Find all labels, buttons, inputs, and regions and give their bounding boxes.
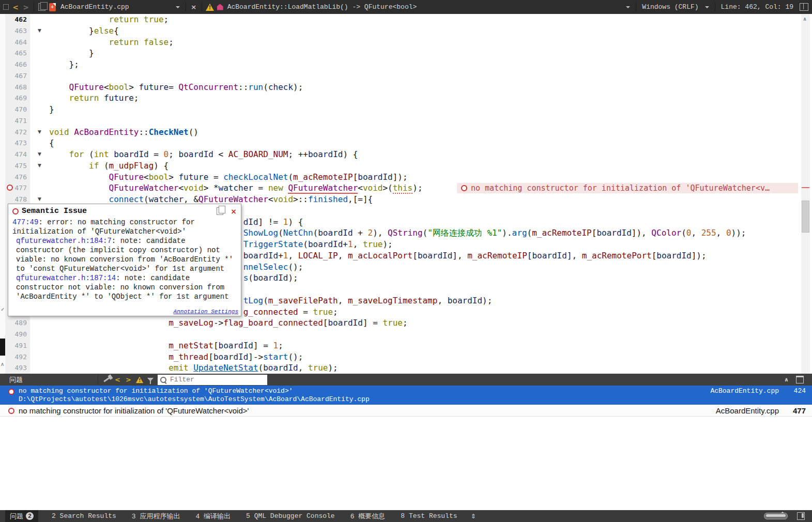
gutter-margin	[0, 217, 5, 228]
code-line[interactable]: 474▼ for (int boardId = 0; boardId < AC_…	[0, 149, 812, 160]
code-line[interactable]: 476 QFuture<bool> future = checkLocalNet…	[0, 172, 812, 183]
code-line[interactable]: 493 emit UpdateNetStat(boardId, true);	[0, 362, 812, 374]
code-line[interactable]: 490	[0, 329, 812, 340]
issue-location-link[interactable]: qfuturewatcher.h:187:14	[16, 274, 116, 282]
fold-marker	[30, 172, 49, 183]
next-item-icon[interactable]: >	[123, 375, 134, 385]
gutter-margin	[0, 37, 5, 48]
line-number: 467	[5, 70, 30, 82]
annotation-settings-link[interactable]: Annotation Settings	[174, 309, 238, 315]
code-text: void AcBoardEntity::CheckNet()	[49, 127, 198, 138]
symbol-breadcrumb[interactable]: AcBoardEntity::LoadMatlabLib() -> QFutur…	[227, 3, 417, 11]
code-line[interactable]: 463▼ }else{	[0, 25, 812, 37]
fold-marker[interactable]: ▼	[30, 149, 49, 160]
code-line[interactable]: 469 return future;	[0, 93, 812, 104]
code-text: {	[49, 137, 54, 149]
code-text: }	[49, 48, 94, 59]
code-line[interactable]: 492 m_thread[boardId]->start();	[0, 351, 812, 363]
toggle-sidebar-icon[interactable]	[797, 512, 805, 520]
open-file-tab[interactable]: AcBoardEntity.cpp	[60, 3, 129, 11]
code-line[interactable]: 465 }	[0, 48, 812, 59]
line-number: 465	[5, 48, 30, 59]
code-line[interactable]: 475▼ if (m_udpFlag) {	[0, 160, 812, 172]
code-editor[interactable]: 462 return true;463▼ }else{464 return fa…	[0, 14, 812, 374]
line-ending-dropdown-icon[interactable]	[702, 2, 712, 12]
output-pane-tab[interactable]: 4 编译输出	[193, 510, 233, 522]
issue-paragraph: qfuturewatcher.h:184:7: note: candidate …	[12, 236, 237, 273]
filter-icon[interactable]	[145, 375, 156, 385]
previous-item-icon[interactable]: <	[112, 375, 123, 385]
issue-row[interactable]: no matching constructor for initializati…	[0, 386, 812, 405]
forward-icon[interactable]: >	[21, 2, 31, 12]
gutter-margin	[0, 284, 5, 295]
code-line[interactable]: 472▼void AcBoardEntity::CheckNet()	[0, 127, 812, 138]
gutter-margin	[0, 272, 5, 284]
editor-scrollbar[interactable]: ∧	[801, 14, 810, 374]
gutter-margin	[0, 93, 5, 104]
code-text: return future;	[49, 93, 139, 104]
output-pane-tab[interactable]: 6 概要信息	[348, 510, 388, 522]
code-line[interactable]: 471	[0, 115, 812, 127]
detach-pane-icon[interactable]	[796, 376, 804, 383]
code-line[interactable]: 462 return true;	[0, 14, 812, 25]
code-line[interactable]: 470}	[0, 104, 812, 115]
show-warnings-icon[interactable]	[134, 375, 145, 385]
maximize-pane-icon[interactable]: ∧	[784, 376, 789, 383]
split-editor-icon[interactable]	[799, 2, 809, 12]
code-line[interactable]: 466 };	[0, 59, 812, 70]
gutter-margin	[0, 194, 5, 205]
issue-file: AcBoardEntity.cpp	[688, 387, 779, 395]
code-text: return true;	[49, 14, 168, 25]
code-text: return false;	[49, 37, 174, 48]
code-line[interactable]: 467	[0, 70, 812, 82]
copy-icon[interactable]	[217, 207, 223, 215]
editor-toolbar: < > AcBoardEntity.cpp × AcBoardEntity::L…	[0, 0, 812, 14]
issues-empty-area	[0, 417, 812, 510]
pane-prev-next-icon[interactable]: ⇕	[471, 513, 476, 520]
left-edge-artifact	[0, 339, 5, 356]
line-ending-selector[interactable]: Windows (CRLF)	[642, 3, 698, 11]
code-line[interactable]: 464 return false;	[0, 37, 812, 48]
close-document-icon[interactable]: ×	[189, 2, 199, 12]
cursor-position[interactable]: Line: 462, Col: 19	[721, 3, 793, 11]
fold-marker[interactable]: ▼	[30, 25, 49, 37]
close-popup-icon[interactable]: ×	[231, 207, 237, 216]
fold-marker	[30, 329, 49, 340]
gutter-margin	[0, 250, 5, 262]
line-number: 493	[5, 362, 30, 374]
output-pane-tab[interactable]: 问题2	[5, 510, 38, 522]
file-dropdown-icon[interactable]	[173, 2, 183, 12]
scroll-up-icon[interactable]: ∧	[803, 16, 807, 22]
code-line[interactable]: 473{	[0, 137, 812, 149]
fold-marker[interactable]: ▼	[30, 160, 49, 172]
issue-location-link[interactable]: qfuturewatcher.h:184:7	[16, 237, 112, 245]
document-split-icon[interactable]	[37, 2, 47, 12]
issue-row[interactable]: no matching constructor for initializati…	[0, 405, 812, 417]
fold-marker	[30, 340, 49, 351]
scrollbar-thumb[interactable]	[802, 201, 809, 233]
issue-location-link[interactable]: 477:49	[12, 218, 38, 226]
line-number: 468	[5, 82, 30, 93]
line-number: 471	[5, 115, 30, 127]
back-icon[interactable]: <	[10, 2, 21, 12]
output-pane-tab[interactable]: 8 Test Results	[399, 510, 459, 522]
clean-icon[interactable]	[101, 375, 112, 385]
output-pane-tab[interactable]: 5 QML Debugger Console	[244, 510, 337, 522]
issue-line-number: 477	[779, 405, 812, 417]
gutter-margin	[0, 205, 5, 217]
filter-input[interactable]	[169, 375, 265, 384]
symbol-dropdown-icon[interactable]	[623, 2, 633, 12]
fold-marker	[30, 93, 49, 104]
line-number: 492	[5, 351, 30, 363]
code-line[interactable]: 489 m_saveLog->flag_board_connected[boar…	[0, 317, 812, 329]
gutter-margin	[0, 149, 5, 160]
code-line[interactable]: 477 QFutureWatcher<void> *watcher = new …	[0, 182, 812, 194]
fold-marker[interactable]: ▼	[30, 127, 49, 138]
output-pane-tab[interactable]: 3 应用程序输出	[130, 510, 182, 522]
fold-chevron-mark: ∧	[1, 361, 4, 367]
output-pane-tab[interactable]: 2 Search Results	[50, 510, 118, 522]
code-line[interactable]: 468 QFuture<bool> future= QtConcurrent::…	[0, 82, 812, 93]
code-line[interactable]: 491 m_netStat[boardId] = 1;	[0, 340, 812, 351]
gutter-margin	[0, 70, 5, 82]
fold-marker	[30, 70, 49, 82]
